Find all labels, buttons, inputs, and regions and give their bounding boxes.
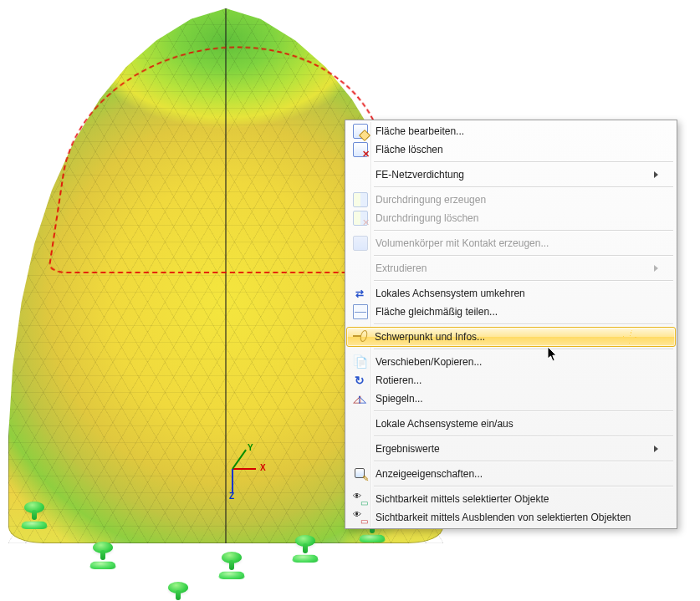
menu-item-solid-with-contact: Volumenkörper mit Kontakt erzeugen... bbox=[347, 234, 675, 252]
edit-surface-icon bbox=[353, 124, 368, 139]
menu-separator bbox=[374, 486, 673, 487]
menu-item-extrude: Extrudieren bbox=[347, 259, 675, 278]
menu-item-divide-surface[interactable]: Fläche gleichmäßig teilen... bbox=[347, 303, 675, 321]
menu-item-label: Durchdringung erzeugen bbox=[376, 194, 658, 206]
menu-item-fe-mesh-refine[interactable]: FE-Netzverdichtung bbox=[347, 166, 675, 184]
menu-separator bbox=[374, 349, 673, 350]
menu-separator bbox=[374, 410, 673, 412]
nodal-support bbox=[90, 542, 115, 573]
menu-item-label: Ergebniswerte bbox=[376, 443, 654, 455]
surface-context-menu[interactable]: Fläche bearbeiten...Fläche löschenFE-Net… bbox=[345, 120, 677, 529]
toggle-local-axes-icon bbox=[353, 417, 366, 430]
move-copy-icon bbox=[353, 355, 366, 369]
menu-item-label: Durchdringung löschen bbox=[376, 212, 658, 224]
fe-mesh-refine-icon bbox=[353, 168, 366, 181]
menu-item-label: Rotieren... bbox=[376, 374, 658, 386]
menu-item-delete-surface[interactable]: Fläche löschen bbox=[347, 140, 675, 159]
menu-separator bbox=[374, 230, 673, 232]
mirror-icon bbox=[353, 392, 366, 405]
menu-item-label: Verschieben/Kopieren... bbox=[376, 356, 658, 368]
vis-selected-icon bbox=[353, 492, 366, 506]
menu-separator bbox=[374, 461, 673, 462]
menu-item-label: Volumenkörper mit Kontakt erzeugen... bbox=[376, 237, 658, 249]
extrude-icon bbox=[353, 262, 366, 275]
submenu-arrow-icon bbox=[654, 265, 658, 272]
rotate-icon bbox=[353, 374, 366, 387]
menu-item-label: Sichtbarkeit mittels Ausblenden von sele… bbox=[376, 512, 658, 523]
vis-hide-icon bbox=[353, 511, 366, 524]
menu-item-display-properties[interactable]: Anzeigeeigenschaften... bbox=[347, 465, 675, 483]
menu-item-create-intersection: Durchdringung erzeugen bbox=[347, 191, 675, 209]
display-props-icon bbox=[353, 467, 366, 481]
menu-item-label: Lokales Achsensystem umkehren bbox=[376, 288, 658, 299]
menu-separator bbox=[374, 323, 673, 325]
result-values-icon bbox=[353, 442, 366, 456]
menu-separator bbox=[374, 186, 673, 188]
menu-separator bbox=[374, 255, 673, 257]
menu-item-label: Fläche gleichmäßig teilen... bbox=[376, 306, 658, 318]
menu-separator bbox=[374, 435, 673, 437]
divide-surface-icon bbox=[353, 304, 368, 319]
menu-item-label: Sichtbarkeit mittels selektierter Objekt… bbox=[376, 493, 658, 505]
menu-item-label: Lokale Achsensysteme ein/aus bbox=[376, 418, 658, 430]
nodal-support bbox=[166, 582, 191, 601]
menu-item-label: FE-Netzverdichtung bbox=[376, 169, 654, 181]
menu-item-rotate[interactable]: Rotieren... bbox=[347, 371, 675, 390]
body-contact-icon bbox=[353, 236, 368, 251]
menu-item-move-copy[interactable]: Verschieben/Kopieren... bbox=[347, 353, 675, 371]
intersect-del-icon bbox=[353, 211, 368, 226]
menu-item-delete-intersection: Durchdringung löschen bbox=[347, 209, 675, 227]
menu-item-reverse-local-axes[interactable]: Lokales Achsensystem umkehren bbox=[347, 284, 675, 303]
menu-item-label: Schwerpunkt und Infos... bbox=[375, 331, 659, 343]
menu-separator bbox=[374, 280, 673, 282]
menu-item-result-values[interactable]: Ergebniswerte bbox=[347, 440, 675, 458]
menu-item-label: Anzeigeeigenschaften... bbox=[376, 468, 658, 480]
reverse-axes-icon bbox=[353, 287, 366, 300]
submenu-arrow-icon bbox=[654, 171, 658, 178]
menu-item-visibility-hide[interactable]: Sichtbarkeit mittels Ausblenden von sele… bbox=[347, 508, 675, 527]
menu-item-visibility-selected[interactable]: Sichtbarkeit mittels selektierter Objekt… bbox=[347, 490, 675, 508]
menu-item-label: Spiegeln... bbox=[376, 393, 658, 405]
menu-item-edit-surface[interactable]: Fläche bearbeiten... bbox=[347, 122, 675, 140]
menu-item-centroid-info[interactable]: Schwerpunkt und Infos... bbox=[346, 327, 676, 347]
menu-item-label: Fläche löschen bbox=[376, 144, 658, 155]
menu-item-label: Extrudieren bbox=[376, 262, 654, 274]
menu-item-label: Fläche bearbeiten... bbox=[376, 125, 658, 137]
intersect-make-icon bbox=[353, 192, 368, 207]
nodal-support bbox=[219, 552, 244, 583]
menu-separator bbox=[374, 161, 673, 163]
submenu-arrow-icon bbox=[654, 446, 658, 452]
centroid-icon bbox=[353, 330, 366, 344]
menu-item-toggle-local-axes[interactable]: Lokale Achsensysteme ein/aus bbox=[347, 415, 675, 433]
menu-item-mirror[interactable]: Spiegeln... bbox=[347, 390, 675, 408]
delete-surface-icon bbox=[353, 142, 368, 157]
